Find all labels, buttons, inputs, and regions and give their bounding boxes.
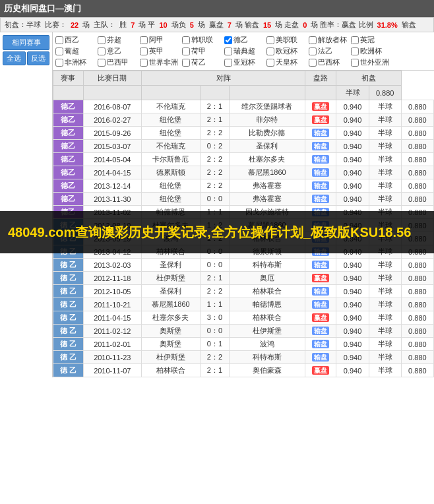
score-cell: 2：2 — [201, 166, 229, 179]
select-all-button[interactable]: 全选 — [3, 51, 26, 65]
table-row[interactable]: 德乙2014-05-04卡尔斯鲁厄2：2杜塞尔多夫输盘0.940半球0.880 — [53, 153, 434, 166]
init-odds-cell: 0.880 — [401, 325, 433, 338]
col-subheader-5 — [229, 86, 305, 100]
score-cell: 0：1 — [201, 338, 229, 351]
table-row[interactable]: 德 乙2011-02-12奥斯堡0：0杜伊斯堡输盘0.940半球0.880 — [53, 325, 434, 338]
date-cell: 2013-12-14 — [83, 179, 141, 193]
init-odds-cell: 0.880 — [401, 285, 433, 298]
table-row[interactable]: 德 乙2011-02-01奥斯堡0：1波鸿输盘0.940半球0.880 — [53, 338, 434, 351]
score-cell: 2：2 — [201, 285, 229, 298]
table-row[interactable]: 德乙2013-11-30纽伦堡0：0弗洛霍塞输盘0.940半球0.880 — [53, 193, 434, 206]
stats-loss-count: 5 — [190, 21, 194, 29]
table-row[interactable]: 德乙2016-08-07不伦瑞克2：1维尔茨堡踢球者赢盘0.940半球0.880 — [53, 100, 434, 113]
score-cell: 0：2 — [201, 140, 229, 153]
pan-cell: 0.940 — [336, 351, 369, 364]
checkbox-韩职联[interactable]: 韩职联 — [182, 35, 222, 45]
stats-host-label: 主队： — [94, 20, 115, 30]
pan-cell: 0.940 — [336, 113, 369, 127]
table-row[interactable]: 德 乙2011-04-15杜塞尔多夫3：0柏林联合赢盘0.940半球0.880 — [53, 311, 434, 325]
result-cell: 输盘 — [305, 166, 336, 179]
checkbox-解放者杯[interactable]: 解放者杯 — [309, 35, 348, 45]
league-cell: 德乙 — [53, 179, 84, 193]
init-odds-cell: 0.880 — [401, 338, 433, 351]
league-cell: 德乙 — [53, 127, 84, 140]
checkbox-row-2: 葡超意乙英甲荷甲瑞典超欧冠杯法乙欧洲杯 — [55, 46, 431, 57]
ban-cell: 半球 — [369, 285, 401, 298]
pan-cell: 0.940 — [336, 166, 369, 179]
result-cell: 输盘 — [305, 193, 336, 206]
checkbox-非洲杯[interactable]: 非洲杯 — [55, 57, 95, 67]
league-cell: 德 乙 — [53, 351, 84, 364]
table-row[interactable]: 德 乙2010-11-07柏林联合2：1奥伯豪森赢盘0.940半球0.880 — [53, 364, 434, 377]
date-cell: 2014-04-15 — [83, 166, 141, 179]
table-row[interactable]: 德乙2015-09-26纽伦堡2：2比勒费尔德输盘0.940半球0.880 — [53, 127, 434, 140]
checkbox-荷乙[interactable]: 荷乙 — [182, 57, 222, 67]
checkbox-美职联[interactable]: 美职联 — [266, 35, 306, 45]
checkbox-欧洲杯[interactable]: 欧洲杯 — [351, 46, 390, 56]
checkbox-阿甲[interactable]: 阿甲 — [140, 35, 179, 45]
init-odds-cell: 0.880 — [401, 166, 433, 179]
away-team-cell: 比勒费尔德 — [229, 127, 305, 140]
checkbox-亚冠杯[interactable]: 亚冠杯 — [224, 57, 264, 67]
home-team-cell: 纽伦堡 — [141, 127, 200, 140]
ban-cell: 半球 — [369, 351, 401, 364]
stats-match-count: 22 — [71, 21, 78, 29]
pan-cell: 0.940 — [336, 100, 369, 113]
home-team-cell: 奥斯堡 — [141, 325, 200, 338]
init-odds-cell: 0.880 — [401, 153, 433, 166]
score-cell: 2：2 — [201, 179, 229, 193]
ban-cell: 半球 — [369, 298, 401, 311]
sidebar-btn-group: 相同赛事 全选 反选 — [3, 35, 49, 65]
result-cell: 赢盘 — [305, 311, 336, 325]
init-odds-cell: 0.880 — [401, 364, 433, 377]
checkbox-葡超[interactable]: 葡超 — [55, 46, 95, 56]
checkbox-巴西甲[interactable]: 巴西甲 — [98, 57, 137, 67]
checkbox-世界非洲[interactable]: 世界非洲 — [140, 57, 179, 67]
result-cell: 输盘 — [305, 127, 336, 140]
stats-host-win: 胜 — [119, 20, 127, 30]
table-row[interactable]: 德 乙2010-11-23杜伊斯堡2：2科特布斯输盘0.940半球0.880 — [53, 351, 434, 364]
table-row[interactable]: 德 乙2012-11-18杜伊斯堡2：1奥厄赢盘0.940半球0.880 — [53, 272, 434, 285]
col-subheader-odds: 0.880 — [369, 86, 401, 100]
deselect-button[interactable]: 反选 — [27, 51, 50, 65]
stats-zou: 场 走盘 — [275, 20, 299, 30]
table-row[interactable]: 德乙2013-12-14纽伦堡2：2弗洛霍塞输盘0.940半球0.880 — [53, 179, 434, 193]
checkbox-英冠[interactable]: 英冠 — [351, 35, 390, 45]
pan-cell: 0.940 — [336, 153, 369, 166]
table-row[interactable]: 德 乙2013-02-03圣保利0：0科特布斯输盘0.940半球0.880 — [53, 259, 434, 272]
pan-cell: 0.940 — [336, 285, 369, 298]
away-team-cell: 柏林联合 — [229, 285, 305, 298]
result-cell: 输盘 — [305, 259, 336, 272]
table-row[interactable]: 德乙2014-04-15德累斯顿2：2慕尼黑1860输盘0.940半球0.880 — [53, 166, 434, 179]
ban-cell: 半球 — [369, 166, 401, 179]
col-header-match: 对阵 — [141, 71, 305, 86]
checkbox-意乙[interactable]: 意乙 — [98, 46, 137, 56]
ban-cell: 半球 — [369, 179, 401, 193]
checkbox-法乙[interactable]: 法乙 — [309, 46, 348, 56]
checkbox-欧冠杯[interactable]: 欧冠杯 — [266, 46, 306, 56]
checkbox-瑞典超[interactable]: 瑞典超 — [224, 46, 264, 56]
checkbox-巴西杯[interactable]: 巴西杯 — [309, 57, 348, 67]
checkbox-芬超[interactable]: 芬超 — [98, 35, 137, 45]
checkbox-荷甲[interactable]: 荷甲 — [182, 46, 222, 56]
ban-cell: 半球 — [369, 153, 401, 166]
table-row[interactable]: 德 乙2011-10-21慕尼黑18601：1帕德博恩输盘0.940半球0.88… — [53, 298, 434, 311]
checkbox-德乙[interactable]: 德乙 — [224, 35, 264, 45]
col-subheader-1 — [53, 86, 84, 100]
checkbox-天皇杯[interactable]: 天皇杯 — [266, 57, 306, 67]
away-team-cell: 弗洛霍塞 — [229, 193, 305, 206]
home-team-cell: 不伦瑞克 — [141, 140, 200, 153]
table-row[interactable]: 德乙2015-03-07不伦瑞克0：2圣保利输盘0.940半球0.880 — [53, 140, 434, 153]
away-team-cell: 柏林联合 — [229, 311, 305, 325]
table-row[interactable]: 德乙2016-02-27纽伦堡2：1菲尔特赢盘0.940半球0.880 — [53, 113, 434, 127]
checkbox-西乙[interactable]: 西乙 — [55, 35, 95, 45]
same-match-button[interactable]: 相同赛事 — [3, 35, 49, 50]
main-layout: 相同赛事 全选 反选 西乙芬超阿甲韩职联德乙美职联解放者杯英冠 葡超意乙英甲荷甲… — [0, 32, 434, 377]
checkbox-世外亚洲[interactable]: 世外亚洲 — [351, 57, 390, 67]
date-cell: 2015-03-07 — [83, 140, 141, 153]
table-row[interactable]: 德 乙2012-10-05圣保利2：2柏林联合输盘0.940半球0.880 — [53, 285, 434, 298]
home-team-cell: 纽伦堡 — [141, 113, 200, 127]
stats-draw-count: 10 — [159, 21, 167, 29]
checkbox-英甲[interactable]: 英甲 — [140, 46, 179, 56]
pan-cell: 0.940 — [336, 272, 369, 285]
